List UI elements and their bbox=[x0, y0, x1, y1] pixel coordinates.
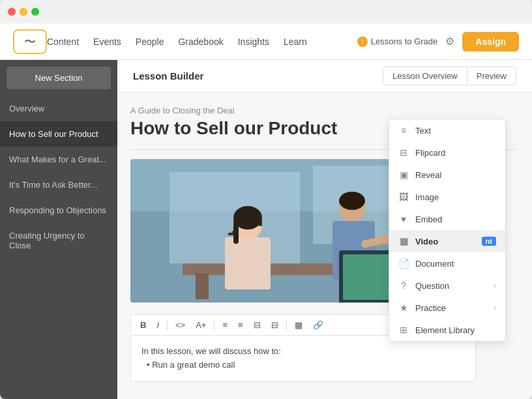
navbar: 〜 Content Events People Gradebook Insigh… bbox=[0, 23, 532, 60]
svg-rect-5 bbox=[196, 273, 209, 299]
menu-item-element-library[interactable]: ⊞ Element Library bbox=[389, 319, 505, 341]
app-window: 〜 Content Events People Gradebook Insigh… bbox=[0, 0, 532, 399]
question-arrow-icon: › bbox=[494, 282, 496, 289]
ordered-list-button[interactable]: ≡ bbox=[235, 319, 246, 331]
toolbar-divider-1 bbox=[167, 320, 168, 331]
settings-button[interactable]: ⚙ bbox=[445, 35, 454, 48]
svg-rect-18 bbox=[228, 233, 233, 235]
toolbar-divider-2 bbox=[214, 320, 214, 331]
main-area: Lesson Builder Lesson Overview Preview A… bbox=[117, 60, 532, 399]
table-button[interactable]: ▦ bbox=[292, 319, 305, 331]
nav-links: Content Events People Gradebook Insights… bbox=[47, 37, 357, 47]
menu-item-text[interactable]: ≡ Text bbox=[389, 119, 505, 141]
close-button[interactable] bbox=[8, 8, 16, 16]
sidebar-item-creating-urgency[interactable]: Creating Urgency to Close bbox=[0, 223, 117, 258]
sidebar-item-how-to-sell[interactable]: How to Sell our Product bbox=[0, 121, 117, 147]
nav-learn[interactable]: Learn bbox=[284, 37, 307, 47]
nav-gradebook[interactable]: Gradebook bbox=[178, 37, 223, 47]
menu-label-reveal: Reveal bbox=[415, 170, 441, 180]
sidebar: New Section Overview How to Sell our Pro… bbox=[0, 60, 117, 399]
italic-button[interactable]: I bbox=[154, 319, 162, 331]
svg-rect-8 bbox=[225, 237, 271, 289]
text-content-area[interactable]: In this lesson, we will discuss how to: … bbox=[130, 336, 476, 382]
menu-item-flipcard[interactable]: ⊟ Flipcard bbox=[389, 141, 505, 164]
text-bullet1: • Run a great demo call bbox=[141, 359, 465, 372]
menu-item-embed[interactable]: ♥ Embed bbox=[389, 208, 505, 230]
code-button[interactable]: <> bbox=[173, 319, 188, 331]
title-bar bbox=[0, 0, 532, 23]
practice-arrow-icon: › bbox=[494, 304, 496, 312]
menu-label-document: Document bbox=[415, 259, 454, 269]
new-section-button[interactable]: New Section bbox=[7, 66, 111, 89]
lessons-badge-dot: ! bbox=[357, 37, 368, 47]
lesson-overview-button[interactable]: Lesson Overview bbox=[383, 66, 467, 85]
link-button[interactable]: 🔗 bbox=[310, 319, 326, 331]
menu-label-question: Question bbox=[415, 281, 449, 291]
lessons-label: Lessons to Grade bbox=[371, 37, 438, 46]
video-new-badge: nt bbox=[482, 237, 496, 246]
menu-item-reveal[interactable]: ▣ Reveal bbox=[389, 164, 505, 186]
video-menu-icon: ▦ bbox=[398, 236, 409, 246]
library-menu-icon: ⊞ bbox=[398, 325, 409, 335]
assign-button[interactable]: Assign bbox=[462, 32, 519, 52]
text-line1: In this lesson, we will discuss how to: bbox=[141, 345, 465, 359]
fullscreen-button[interactable] bbox=[31, 8, 39, 16]
logo[interactable]: 〜 bbox=[13, 29, 47, 54]
menu-item-video[interactable]: ▦ Video nt bbox=[389, 230, 505, 252]
font-size-button[interactable]: A+ bbox=[193, 319, 209, 331]
menu-item-question[interactable]: ? Question › bbox=[389, 274, 505, 297]
toolbar-divider-3 bbox=[286, 320, 287, 331]
traffic-lights bbox=[8, 8, 39, 16]
logo-symbol: 〜 bbox=[24, 34, 36, 50]
indent-right-button[interactable]: ⊟ bbox=[269, 319, 281, 331]
indent-left-button[interactable]: ⊟ bbox=[251, 319, 263, 331]
menu-item-image[interactable]: 🖼 Image bbox=[389, 186, 505, 208]
sidebar-item-responding[interactable]: Responding to Objections bbox=[0, 198, 117, 223]
lesson-header-bar: Lesson Builder Lesson Overview Preview bbox=[117, 60, 532, 93]
lessons-to-grade[interactable]: ! Lessons to Grade bbox=[357, 37, 438, 47]
lesson-builder-title: Lesson Builder bbox=[133, 70, 203, 81]
nav-people[interactable]: People bbox=[136, 37, 164, 47]
minimize-button[interactable] bbox=[20, 8, 27, 16]
page-content: New Section Overview How to Sell our Pro… bbox=[0, 60, 532, 399]
nav-insights[interactable]: Insights bbox=[238, 37, 269, 47]
sidebar-item-overview[interactable]: Overview bbox=[0, 96, 117, 121]
nav-events[interactable]: Events bbox=[93, 37, 121, 47]
preview-button[interactable]: Preview bbox=[467, 66, 516, 85]
lesson-subtitle: A Guide to Closing the Deal bbox=[130, 106, 516, 115]
menu-label-practice: Practice bbox=[415, 303, 446, 313]
text-menu-icon: ≡ bbox=[398, 125, 409, 136]
embed-menu-icon: ♥ bbox=[398, 214, 409, 224]
menu-label-image: Image bbox=[415, 192, 439, 202]
menu-label-embed: Embed bbox=[415, 214, 442, 224]
menu-label-flipcard: Flipcard bbox=[415, 148, 445, 158]
svg-rect-21 bbox=[233, 224, 239, 244]
image-menu-icon: 🖼 bbox=[398, 192, 409, 202]
bold-button[interactable]: B bbox=[138, 319, 149, 331]
sidebar-item-what-makes[interactable]: What Makes for a Great... bbox=[0, 147, 117, 172]
insert-dropdown-menu: ≡ Text ⊟ Flipcard ▣ Reveal 🖼 Image ♥ bbox=[389, 119, 506, 342]
menu-label-video: Video bbox=[415, 237, 438, 246]
svg-point-19 bbox=[339, 192, 365, 210]
menu-item-practice[interactable]: ★ Practice › bbox=[389, 297, 505, 319]
nav-content[interactable]: Content bbox=[47, 37, 79, 47]
list-button[interactable]: ≡ bbox=[220, 319, 230, 331]
practice-menu-icon: ★ bbox=[398, 303, 409, 313]
menu-label-text: Text bbox=[415, 126, 431, 136]
nav-right: ! Lessons to Grade ⚙ Assign bbox=[357, 32, 519, 52]
flipcard-menu-icon: ⊟ bbox=[398, 147, 409, 158]
header-actions: Lesson Overview Preview bbox=[383, 66, 516, 85]
menu-item-document[interactable]: 📄 Document bbox=[389, 252, 505, 274]
reveal-menu-icon: ▣ bbox=[398, 170, 409, 180]
question-menu-icon: ? bbox=[398, 280, 409, 291]
menu-label-element-library: Element Library bbox=[415, 325, 475, 335]
sidebar-item-time-to-ask[interactable]: It's Time to Ask Better... bbox=[0, 172, 117, 198]
document-menu-icon: 📄 bbox=[398, 258, 409, 269]
